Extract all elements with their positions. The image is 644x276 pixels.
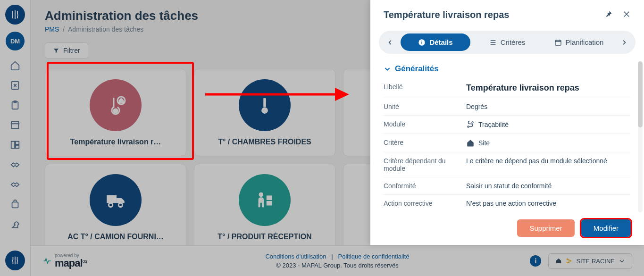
breadcrumb-root[interactable]: PMS [45,25,59,33]
tab-planification[interactable]: Planification [544,33,614,51]
svg-point-24 [567,259,568,259]
tab-details[interactable]: Détails [401,33,470,51]
pin-icon[interactable] [604,10,613,20]
detail-list: Libellé Température livraison repas Unit… [370,78,644,212]
bag-icon[interactable] [9,199,21,210]
house-small-icon [555,258,562,264]
chevron-down-icon [384,65,391,73]
svg-rect-10 [107,195,117,203]
row-action-corrective: Action corrective N'est pas une action c… [384,195,631,212]
user-avatar[interactable]: DM [6,32,25,50]
task-card[interactable]: T° / PRODUIT RÉCEPTION [194,164,335,251]
chevron-down-icon [619,258,625,264]
panel-title: Température livraison repas [384,9,509,20]
row-libelle: Libellé Température livraison repas [384,78,631,98]
row-module: Module Traçabilité [384,116,631,134]
filter-label: Filtrer [63,47,80,54]
filter-icon [53,47,59,54]
svg-point-23 [472,122,473,123]
route-icon [466,120,475,129]
calendar-icon [554,39,562,46]
section-generalites[interactable]: Généralités [384,64,631,74]
tab-scroll-left[interactable] [382,34,399,51]
info-icon [418,39,426,46]
thermometer-home-icon [90,79,142,131]
task-card[interactable]: Température livraison r… [45,69,186,156]
store-icon[interactable] [9,119,21,131]
svg-point-26 [570,260,571,261]
svg-rect-5 [16,145,19,148]
svg-point-13 [259,192,264,197]
panel-tabs: Détails Critères Planification [379,31,636,54]
card-label: AC T° / CAMION FOURNI… [67,233,164,241]
chef-icon[interactable] [9,218,21,230]
footer: powered by mapalos Conditions d'utilisat… [31,245,644,276]
svg-rect-14 [267,195,272,200]
pulse-icon [42,256,52,266]
svg-rect-3 [11,142,15,149]
handshake-icon[interactable] [9,159,21,170]
filter-button[interactable]: Filtrer [45,42,88,59]
task-card[interactable]: T° / CHAMBRES FROIDES [194,69,335,156]
row-critere: Critère Site [384,134,631,152]
close-icon[interactable] [622,10,631,20]
copyright: © 2023 - MAPAL Group. Tous droits réserv… [265,262,409,269]
svg-point-7 [114,109,117,113]
svg-point-9 [262,108,268,113]
svg-rect-21 [555,40,561,45]
edit-doc-icon[interactable] [9,80,21,91]
app-logo-bottom[interactable] [5,251,25,270]
app-logo[interactable] [5,5,25,25]
svg-point-12 [118,203,122,207]
svg-rect-15 [267,201,272,205]
breadcrumb-current: Administration des tâches [68,25,143,33]
terms-link[interactable]: Conditions d'utilisation [265,253,326,260]
footer-info-icon[interactable]: i [530,255,541,267]
modify-button[interactable]: Modifier [581,219,631,237]
privacy-link[interactable]: Politique de confidentialité [338,253,409,260]
panel-footer: Supprimer Modifier [370,212,644,245]
card-label: Température livraison r… [70,138,161,146]
site-label: SITE RACINE [576,258,615,265]
footer-links: Conditions d'utilisation | Politique de … [265,253,409,269]
powered-by: powered by mapalos [42,253,87,268]
tab-criteres[interactable]: Critères [472,33,542,51]
svg-point-22 [468,126,469,127]
house-icon [466,139,475,147]
site-picker[interactable]: SITE RACINE [548,253,632,269]
thermometer-icon [239,79,291,131]
row-unite: Unité Degrés [384,98,631,116]
scrollbar-thumb[interactable] [638,61,643,127]
tree-icon [566,258,572,264]
truck-icon [90,174,142,226]
row-critere-dependant: Critère dépendant du module Le critère n… [384,152,631,177]
card-label: T° / CHAMBRES FROIDES [218,138,311,146]
delivery-person-icon [239,174,291,226]
home-icon[interactable] [9,60,21,71]
svg-rect-6 [12,202,18,208]
layout-icon[interactable] [9,139,21,151]
clipboard-icon[interactable] [9,100,21,111]
sidebar: DM [0,0,31,276]
detail-panel: Température livraison repas Détails Crit… [370,0,644,245]
svg-point-20 [422,40,423,41]
row-conformite: Conformité Saisir un statut de conformit… [384,177,631,195]
handshake2-icon[interactable] [9,179,21,190]
delete-button[interactable]: Supprimer [517,219,574,237]
svg-point-11 [109,203,112,207]
svg-rect-4 [16,142,19,144]
list-icon [489,39,497,46]
task-card[interactable]: AC T° / CAMION FOURNI… [45,164,186,251]
svg-rect-19 [422,42,422,44]
svg-point-25 [567,262,568,263]
card-label: T° / PRODUIT RÉCEPTION [217,233,311,241]
tab-scroll-right[interactable] [616,34,633,51]
